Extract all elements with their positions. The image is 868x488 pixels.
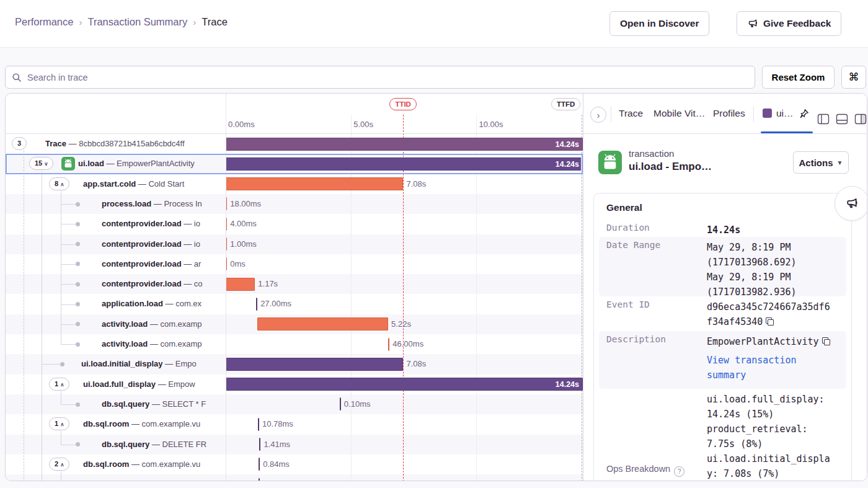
divider xyxy=(226,94,226,481)
tab-mobile-vitals[interactable]: Mobile Vit… xyxy=(653,108,705,119)
span-duration-bar[interactable] xyxy=(258,418,259,431)
span-count-pill[interactable]: 2∧ xyxy=(49,458,69,471)
span-row[interactable]: 3Trace — 8cbbcd38721b415ab6cbdc4ff xyxy=(6,134,226,154)
detail-value-line: ui.load.full_display: 14.24s (15%) xyxy=(707,392,832,422)
help-icon[interactable]: ? xyxy=(674,466,684,477)
span-row[interactable]: db.sql.query — SELECT * F xyxy=(6,394,226,414)
detail-value: EmpowerPlantActivityView transaction sum… xyxy=(707,334,832,383)
detail-value: May 29, 8:19 PM (1717013968.692)May 29, … xyxy=(707,240,832,299)
span-duration-label: 0.10ms xyxy=(344,399,371,409)
actions-button[interactable]: Actions ▼ xyxy=(793,151,849,174)
reset-zoom-button[interactable]: Reset Zoom xyxy=(762,66,835,89)
span-description: — 8cbbcd38721b415ab6cbdc4ff xyxy=(66,139,185,148)
give-feedback-button[interactable]: Give Feedback xyxy=(737,11,841,36)
span-label: ui.load — EmpowerPlantActivity xyxy=(78,159,195,168)
tab-trace[interactable]: Trace xyxy=(619,108,643,119)
breadcrumb-transaction-summary[interactable]: Transaction Summary xyxy=(87,16,187,27)
span-op: db.sql.query xyxy=(102,440,149,449)
span-row[interactable]: activity.load — com.examp xyxy=(6,334,226,354)
span-waterfall: 3Trace — 8cbbcd38721b415ab6cbdc4ff14.24s… xyxy=(6,94,583,481)
divider xyxy=(753,106,754,122)
span-description: — com.examp xyxy=(148,319,202,329)
detail-value: ui.load.full_display: 14.24s (15%)produc… xyxy=(707,392,832,481)
span-row[interactable]: contentprovider.load — co xyxy=(6,274,226,294)
feedback-fab-button[interactable] xyxy=(835,186,867,221)
span-count-pill[interactable]: 1∧ xyxy=(49,417,69,430)
span-duration-label: 0ms xyxy=(230,259,246,268)
span-count-pill[interactable]: 8∧ xyxy=(49,177,69,190)
span-row[interactable]: db.sql.query — INSERT OR xyxy=(6,474,226,481)
dock-right-icon[interactable] xyxy=(854,113,867,127)
drawer-tab-bar: › Trace Mobile Vit… Profiles ui… xyxy=(583,94,867,134)
span-duration-label: 4.00ms xyxy=(230,219,257,228)
span-row[interactable]: db.sql.query — DELETE FR xyxy=(6,435,226,455)
span-row[interactable]: ui.load.initial_display — Empo xyxy=(6,354,226,374)
search-input[interactable] xyxy=(26,72,748,83)
android-icon xyxy=(61,157,75,171)
detail-field-row: Date RangeMay 29, 8:19 PM (1717013968.69… xyxy=(594,237,851,296)
span-duration-label: 7.08s xyxy=(406,359,426,368)
span-duration-bar[interactable] xyxy=(226,278,255,291)
span-duration-bar[interactable] xyxy=(259,478,260,481)
open-in-discover-label: Open in Discover xyxy=(620,18,699,29)
span-row[interactable]: 1∧ui.load.full_display — Empow xyxy=(6,375,226,394)
span-duration-bar[interactable] xyxy=(340,397,341,410)
span-duration-bar[interactable] xyxy=(257,317,388,331)
span-description: — EmpowerPlantActivity xyxy=(104,159,195,168)
expand-drawer-button[interactable]: › xyxy=(590,107,606,123)
span-row[interactable]: 1∧db.sql.room — com.example.vu xyxy=(6,414,226,434)
span-label: Trace — 8cbbcd38721b415ab6cbdc4ff xyxy=(45,139,185,148)
span-op: db.sql.room xyxy=(83,459,129,469)
span-row[interactable]: application.load — com.ex xyxy=(6,294,226,314)
span-row[interactable]: 8∧app.start.cold — Cold Start xyxy=(6,174,226,194)
breadcrumb-performance[interactable]: Performance xyxy=(15,16,73,27)
active-span-tab-icon[interactable] xyxy=(763,109,772,118)
tab-profiles[interactable]: Profiles xyxy=(713,108,745,119)
span-row[interactable]: process.load — Process In xyxy=(6,194,226,214)
span-duration-bar[interactable]: 14.24s xyxy=(226,157,583,171)
time-tick-label: 10.00s xyxy=(479,120,503,129)
span-duration-bar[interactable] xyxy=(226,177,403,190)
span-count-pill[interactable]: 3 xyxy=(12,137,27,150)
open-in-discover-button[interactable]: Open in Discover xyxy=(609,11,709,36)
span-duration-bar[interactable]: 14.24s xyxy=(226,378,583,391)
span-duration-bar[interactable] xyxy=(388,338,389,351)
span-op: db.sql.query xyxy=(102,479,149,481)
span-op: ui.load xyxy=(78,159,104,168)
span-op: Trace xyxy=(45,139,66,148)
chevron-up-icon: ∧ xyxy=(60,181,64,187)
span-duration-bar[interactable] xyxy=(256,298,257,311)
chevron-up-icon: ∧ xyxy=(60,421,64,427)
span-op: application.load xyxy=(102,299,163,308)
actions-label: Actions xyxy=(799,157,833,168)
span-duration-bar[interactable] xyxy=(259,458,260,471)
tab-active-span[interactable]: ui… xyxy=(776,108,794,119)
copy-icon[interactable] xyxy=(822,337,830,345)
span-count-pill[interactable]: 15∨ xyxy=(29,157,53,170)
span-count-pill[interactable]: 1∧ xyxy=(49,378,69,391)
span-row[interactable]: activity.load — com.examp xyxy=(6,314,226,334)
copy-icon[interactable] xyxy=(766,317,774,326)
dock-left-icon[interactable] xyxy=(817,113,830,127)
pin-icon[interactable] xyxy=(799,109,809,122)
view-transaction-summary-link[interactable]: View transaction summary xyxy=(707,353,832,383)
span-row[interactable]: 2∧db.sql.room — com.example.vu xyxy=(6,455,226,474)
span-description: — INSERT OR xyxy=(149,479,206,481)
span-duration-bar[interactable] xyxy=(226,358,403,371)
dock-bottom-icon[interactable] xyxy=(836,113,848,127)
span-row[interactable]: 15∨ui.load — EmpowerPlantActivity xyxy=(6,154,226,174)
span-row[interactable]: contentprovider.load — io xyxy=(6,234,226,254)
span-duration-label: 46.00ms xyxy=(392,339,423,348)
span-duration-bar[interactable]: 14.24s xyxy=(226,138,583,151)
span-row[interactable]: contentprovider.load — ar xyxy=(6,254,226,274)
span-label: contentprovider.load — io xyxy=(102,219,200,228)
shortcut-command-button[interactable]: ⌘ xyxy=(841,66,866,89)
search-bar[interactable] xyxy=(5,66,755,89)
span-label: db.sql.query — DELETE FR xyxy=(102,440,206,449)
general-section-card: General Duration14.24sDate RangeMay 29, … xyxy=(593,193,852,481)
span-op: contentprovider.load xyxy=(102,219,182,228)
span-row[interactable]: contentprovider.load — io xyxy=(6,214,226,234)
span-description: — com.ex xyxy=(163,299,202,308)
span-duration-label: 18.00ms xyxy=(230,199,261,208)
span-description: — Process In xyxy=(151,199,202,208)
